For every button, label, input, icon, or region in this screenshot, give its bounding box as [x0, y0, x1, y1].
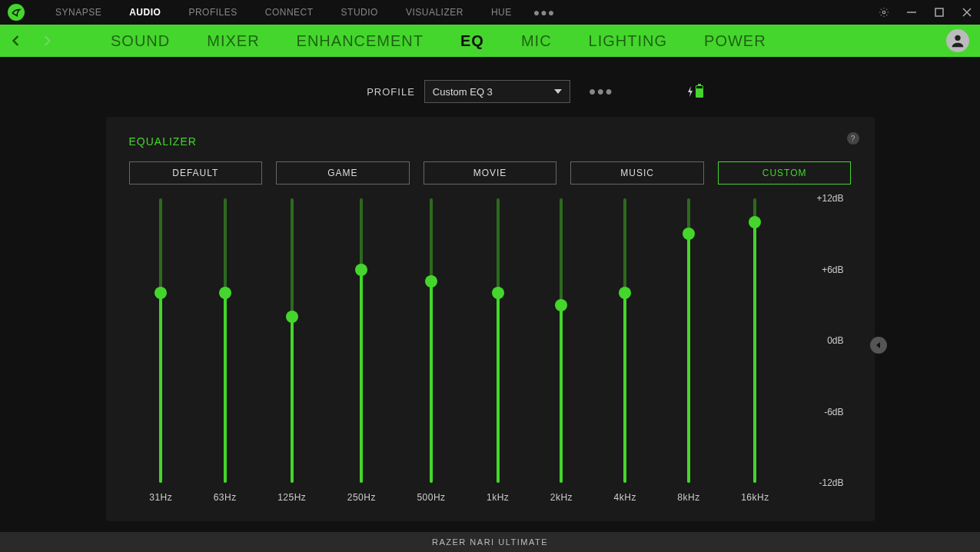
preset-movie[interactable]: MOVIE [424, 161, 557, 185]
slider-track[interactable] [623, 198, 626, 483]
slider-thumb[interactable] [749, 216, 761, 228]
sub-tab-enhancement[interactable]: ENHANCEMENT [297, 32, 424, 50]
battery-icon [696, 85, 703, 98]
eq-scale: +12dB+6dB0dB-6dB-12dB [790, 198, 852, 483]
slider-thumb[interactable] [355, 264, 367, 276]
svg-marker-6 [554, 89, 562, 94]
eq-sliders: 31Hz63Hz125Hz250Hz500Hz1kHz2kHz4kHz8kHz1… [129, 198, 790, 506]
nav-forward-icon[interactable] [42, 35, 52, 46]
minimize-button[interactable] [906, 7, 917, 18]
panel-title: EQUALIZER [129, 135, 852, 148]
charging-icon [686, 86, 694, 97]
svg-point-5 [955, 35, 960, 41]
sub-tab-eq[interactable]: EQ [460, 32, 484, 50]
top-tab-connect[interactable]: CONNECT [265, 7, 314, 18]
eq-band-63Hz: 63Hz [214, 198, 237, 506]
eq-band-4kHz: 4kHz [614, 198, 636, 506]
scale-label: -6dB [824, 407, 843, 417]
nav-back-icon[interactable] [11, 35, 22, 46]
sub-tabs: SOUNDMIXERENHANCEMENTEQMICLIGHTINGPOWER [111, 32, 766, 50]
slider-thumb[interactable] [555, 299, 567, 311]
top-tab-hue[interactable]: HUE [491, 7, 512, 18]
battery-indicator [686, 85, 703, 98]
slider-track[interactable] [159, 198, 162, 483]
scale-label: -12dB [819, 477, 843, 488]
scale-label: +6dB [822, 264, 843, 275]
eq-band-8kHz: 8kHz [677, 198, 699, 506]
slider-track[interactable] [430, 198, 433, 483]
settings-icon[interactable] [879, 7, 889, 18]
slider-track[interactable] [753, 198, 756, 483]
eq-band-31Hz: 31Hz [149, 198, 172, 506]
slider-thumb[interactable] [619, 287, 631, 299]
profile-label: PROFILE [367, 86, 415, 98]
freq-label: 16kHz [741, 492, 769, 503]
equalizer-panel: ? EQUALIZER DEFAULTGAMEMOVIEMUSICCUSTOM … [106, 117, 875, 521]
slider-track[interactable] [291, 198, 294, 483]
app-logo [8, 4, 25, 21]
svg-marker-7 [688, 86, 693, 97]
top-tab-synapse[interactable]: SYNAPSE [55, 7, 101, 18]
top-tab-visualizer[interactable]: VISUALIZER [406, 7, 463, 18]
eq-band-2kHz: 2kHz [550, 198, 573, 506]
slider-thumb[interactable] [219, 287, 231, 299]
preset-music[interactable]: MUSIC [570, 161, 704, 185]
slider-track[interactable] [687, 198, 690, 483]
freq-label: 63Hz [214, 492, 237, 503]
top-tab-studio[interactable]: STUDIO [341, 7, 378, 18]
scale-label: 0dB [827, 335, 843, 346]
slider-track[interactable] [497, 198, 500, 483]
freq-label: 8kHz [677, 492, 699, 503]
preset-custom[interactable]: CUSTOM [718, 161, 852, 185]
profile-row: PROFILE Custom EQ 3 ●●● [0, 57, 980, 117]
eq-area: 31Hz63Hz125Hz250Hz500Hz1kHz2kHz4kHz8kHz1… [129, 198, 852, 506]
title-bar: SYNAPSEAUDIOPROFILESCONNECTSTUDIOVISUALI… [0, 0, 980, 25]
sub-tab-mixer[interactable]: MIXER [207, 32, 259, 50]
freq-label: 4kHz [614, 492, 636, 503]
freq-label: 500Hz [417, 492, 445, 503]
sub-tab-sound[interactable]: SOUND [111, 32, 170, 50]
top-tab-profiles[interactable]: PROFILES [188, 7, 237, 18]
slider-track[interactable] [560, 198, 563, 483]
slider-thumb[interactable] [154, 287, 167, 299]
close-button[interactable] [962, 7, 972, 18]
preset-row: DEFAULTGAMEMOVIEMUSICCUSTOM [129, 161, 852, 185]
scale-label: +12dB [816, 193, 843, 204]
maximize-button[interactable] [934, 7, 945, 18]
eq-band-16kHz: 16kHz [741, 198, 769, 506]
sub-nav: SOUNDMIXERENHANCEMENTEQMICLIGHTINGPOWER [0, 25, 980, 57]
freq-label: 2kHz [550, 492, 573, 503]
sub-tab-lighting[interactable]: LIGHTING [589, 32, 667, 50]
collapse-button[interactable] [870, 337, 887, 354]
chevron-down-icon [554, 89, 562, 94]
slider-thumb[interactable] [425, 275, 437, 288]
freq-label: 1kHz [487, 492, 509, 503]
sub-tab-power[interactable]: POWER [704, 32, 766, 50]
eq-band-250Hz: 250Hz [347, 198, 376, 506]
freq-label: 31Hz [149, 492, 172, 503]
slider-track[interactable] [360, 198, 363, 483]
profile-value: Custom EQ 3 [433, 86, 493, 98]
profile-select[interactable]: Custom EQ 3 [424, 80, 570, 103]
preset-game[interactable]: GAME [276, 161, 410, 185]
slider-track[interactable] [224, 198, 227, 483]
freq-label: 250Hz [347, 492, 376, 503]
eq-band-1kHz: 1kHz [487, 198, 509, 506]
top-tab-audio[interactable]: AUDIO [129, 7, 161, 18]
svg-rect-2 [935, 8, 943, 16]
help-icon[interactable]: ? [847, 132, 859, 145]
preset-default[interactable]: DEFAULT [129, 161, 263, 185]
slider-thumb[interactable] [286, 311, 298, 323]
top-tabs: SYNAPSEAUDIOPROFILESCONNECTSTUDIOVISUALI… [55, 7, 512, 18]
eq-band-500Hz: 500Hz [417, 198, 445, 506]
slider-thumb[interactable] [683, 228, 695, 240]
profile-more-icon[interactable]: ●●● [589, 85, 613, 98]
slider-thumb[interactable] [492, 287, 504, 299]
eq-band-125Hz: 125Hz [277, 198, 306, 506]
footer-device-name: RAZER NARI ULTIMATE [0, 532, 980, 552]
user-avatar[interactable] [946, 29, 969, 52]
sub-tab-mic[interactable]: MIC [521, 32, 552, 50]
svg-point-0 [882, 11, 885, 14]
top-more-icon[interactable]: ●●● [533, 6, 555, 18]
svg-marker-8 [876, 342, 880, 348]
